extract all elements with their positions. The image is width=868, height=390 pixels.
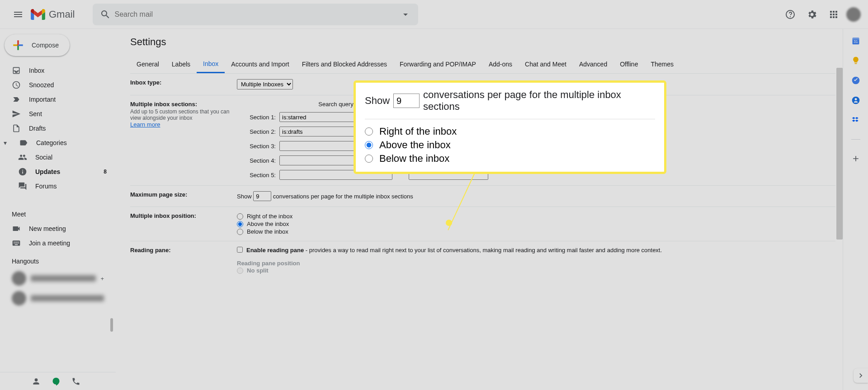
nav-updates[interactable]: Updates8 [0,164,112,179]
page-size-label: Maximum page size: [130,191,237,201]
compose-button[interactable]: Compose [5,34,70,56]
phone-icon[interactable] [67,372,85,390]
chevron-right-icon [856,371,865,380]
nav-forums[interactable]: Forums [0,179,112,193]
hangout-user-2[interactable] [0,288,116,308]
nav-join-meeting[interactable]: Join a meeting [0,236,112,250]
contacts-icon[interactable] [27,372,45,390]
inbox-type-label: Inbox type: [130,79,237,89]
tab-chat[interactable]: Chat and Meet [519,55,573,73]
info-icon [18,167,27,176]
position-below[interactable]: Below the inbox [237,228,835,235]
nav-inbox[interactable]: Inbox [0,63,112,78]
keep-icon[interactable] [851,56,860,65]
tasks-icon[interactable] [851,76,860,85]
nav-hidden [0,195,112,203]
support-button[interactable] [781,5,799,23]
avatar [12,271,26,286]
app-name: Gmail [49,9,75,20]
tab-general[interactable]: General [130,55,165,73]
sent-icon [12,109,21,118]
sections-sub: Add up to 5 custom sections that you can… [130,108,237,121]
avatar [12,291,26,305]
nav-drafts[interactable]: Drafts [0,121,112,136]
tab-offline[interactable]: Offline [613,55,644,73]
nav-social[interactable]: Social [0,150,112,164]
settings-button[interactable] [803,5,821,23]
sections-label: Multiple inbox sections: [130,101,197,108]
callout-position-right[interactable]: Right of the inbox [365,125,655,138]
meet-section-title: Meet [0,203,116,221]
callout-highlight: Show conversations per page for the mult… [354,80,666,174]
sidebar: Compose Inbox Snoozed Important Sent Dra… [0,29,116,390]
enable-reading-pane[interactable]: Enable reading pane - provides a way to … [237,247,835,254]
page-title: Settings [130,29,835,55]
tab-accounts[interactable]: Accounts and Import [225,55,295,73]
dropbox-icon[interactable] [851,116,860,125]
compose-label: Compose [32,42,59,49]
hangout-user-1[interactable]: + [0,268,116,288]
chevron-down-icon: ▾ [4,139,11,146]
inbox-icon [12,66,21,75]
nav-categories[interactable]: ▾Categories [0,136,112,150]
nav-snoozed[interactable]: Snoozed [0,78,112,92]
gmail-icon [31,9,45,20]
scrollbar[interactable] [110,318,113,332]
callout-position-above[interactable]: Above the inbox [365,138,655,152]
add-hangout-icon[interactable]: + [100,275,104,282]
hangouts-icon[interactable] [47,372,65,390]
header-actions [781,5,861,23]
calendar-icon[interactable]: 31 [851,36,860,45]
reading-pane-row: Reading pane: Enable reading pane - prov… [130,241,835,280]
nav-new-meeting[interactable]: New meeting [0,221,112,236]
svg-point-5 [854,98,857,100]
apps-icon [828,9,839,20]
nav-important[interactable]: Important [0,92,112,107]
tab-themes[interactable]: Themes [644,55,680,73]
hangouts-footer [0,372,116,390]
panel-divider [851,139,860,140]
hangouts-section-title: Hangouts [0,250,116,268]
position-above[interactable]: Above the inbox [237,220,835,228]
callout-pointer-dot [446,220,452,226]
search-options-button[interactable] [396,5,415,23]
content-scrollbar[interactable] [836,68,843,240]
tab-addons[interactable]: Add-ons [482,55,519,73]
position-label: Multiple inbox position: [130,212,237,235]
account-avatar[interactable] [846,7,861,22]
gmail-logo[interactable]: Gmail [31,9,75,20]
apps-button[interactable] [825,5,843,23]
reading-nosplit: No split [237,267,835,274]
position-right[interactable]: Right of the inbox [237,212,835,220]
keyboard-icon [12,239,21,248]
help-icon [785,9,796,20]
clock-icon [12,80,21,89]
nav-sent[interactable]: Sent [0,107,112,121]
tab-forwarding[interactable]: Forwarding and POP/IMAP [393,55,482,73]
callout-page-size-input[interactable] [393,94,420,108]
page-size-input[interactable] [253,191,271,201]
tab-advanced[interactable]: Advanced [573,55,613,73]
show-side-panel-button[interactable] [854,368,868,383]
tab-inbox[interactable]: Inbox [197,55,225,73]
callout-position-below[interactable]: Below the inbox [365,152,655,165]
gear-icon [807,9,817,20]
side-panel: 31 [843,29,868,390]
main-menu-button[interactable] [7,4,29,25]
page-size-row: Maximum page size: Show conversations pe… [130,186,835,207]
tab-filters[interactable]: Filters and Blocked Addresses [296,55,393,73]
reading-pos-label: Reading pane position [237,260,835,267]
video-icon [12,224,21,233]
settings-tabs: General Labels Inbox Accounts and Import… [130,55,835,74]
search-input[interactable] [114,10,396,19]
contacts-icon[interactable] [851,96,860,105]
label-icon [19,138,28,147]
tab-labels[interactable]: Labels [165,55,197,73]
inbox-type-select[interactable]: Multiple Inboxes [237,79,293,89]
search-bar[interactable] [93,4,418,25]
position-row: Multiple inbox position: Right of the in… [130,207,835,241]
learn-more-link[interactable]: Learn more [130,121,160,128]
svg-text:31: 31 [854,39,858,44]
add-addon-icon[interactable] [851,154,860,163]
search-icon[interactable] [96,5,114,23]
